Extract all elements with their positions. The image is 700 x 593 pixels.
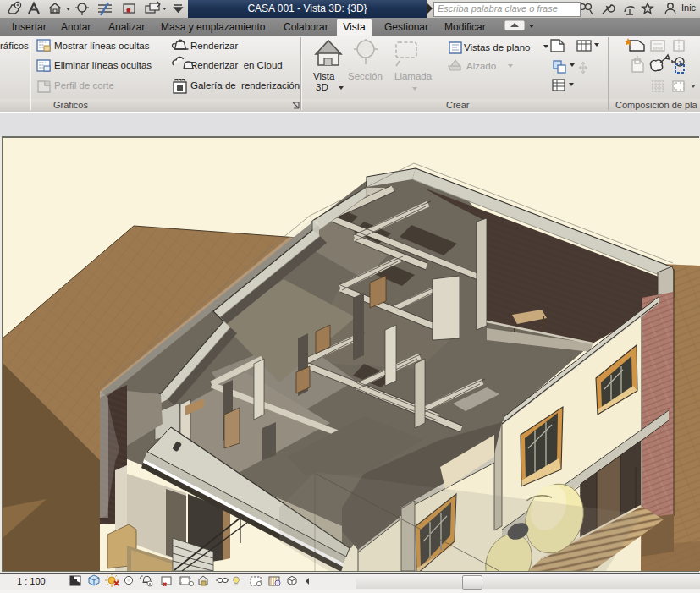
svg-text:1: 1 bbox=[678, 59, 682, 67]
svg-text:Inic: Inic bbox=[681, 3, 697, 13]
